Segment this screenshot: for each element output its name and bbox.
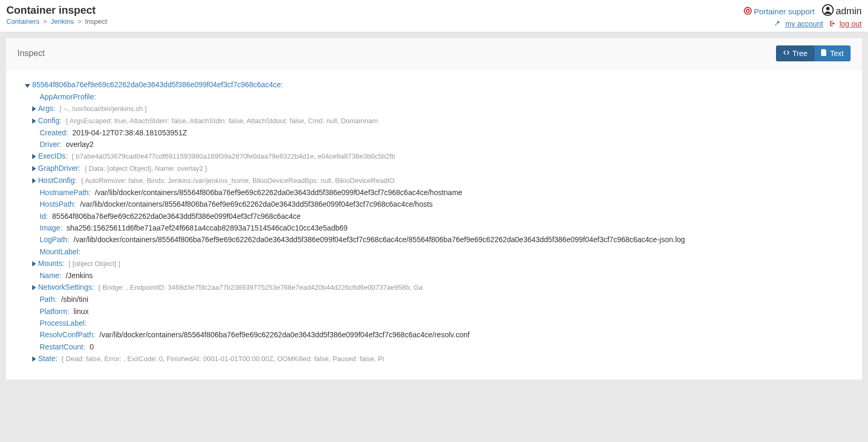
tree-key[interactable]: ResolvConfPath	[40, 329, 95, 340]
tree-preview: { Data: [object Object], Name: overlay2 …	[85, 163, 207, 174]
tree-key[interactable]: Platform	[40, 306, 69, 317]
tree-key[interactable]: HostsPath	[40, 198, 76, 210]
tree-key[interactable]: ProcessLabel	[40, 317, 87, 329]
tree-row-mounts[interactable]: Mounts [ [object Object] ]	[17, 257, 851, 270]
caret-right-icon[interactable]	[32, 261, 36, 266]
caret-right-icon[interactable]	[32, 356, 36, 362]
tree-val: /var/lib/docker/containers/85564f806ba76…	[80, 198, 432, 210]
tree-row-processlabel[interactable]: ProcessLabel	[17, 317, 851, 329]
tree-row-restartcount[interactable]: RestartCount 0	[17, 341, 851, 353]
file-icon	[821, 49, 827, 58]
caret-right-icon[interactable]	[32, 106, 36, 112]
tree-val: 0	[89, 341, 94, 353]
tree-row-hostspath[interactable]: HostsPath /var/lib/docker/containers/855…	[17, 198, 851, 210]
breadcrumb-jenkins[interactable]: Jenkins	[51, 17, 74, 25]
tree-key[interactable]: NetworkSettings	[38, 281, 94, 293]
tree-row-resolvconfpath[interactable]: ResolvConfPath /var/lib/docker/container…	[17, 329, 851, 340]
tree-preview: { Dead: false, Error: , ExitCode: 0, Fin…	[62, 354, 384, 365]
tree-row-hostconfig[interactable]: HostConfig { AutoRemove: false, Binds: J…	[17, 174, 851, 187]
tree-root-row[interactable]: 85564f806ba76ef9e69c62262da0e3643dd5f386…	[17, 79, 851, 90]
tree-key[interactable]: Image	[40, 222, 62, 234]
caret-right-icon[interactable]	[32, 154, 36, 159]
header-bottom-row: my account log out	[744, 20, 862, 29]
tree-key[interactable]: Created	[40, 127, 68, 139]
tree-row-driver[interactable]: Driver overlay2	[17, 139, 851, 150]
caret-right-icon[interactable]	[32, 285, 36, 290]
tree-row-logpath[interactable]: LogPath /var/lib/docker/containers/85564…	[17, 234, 851, 245]
user-icon	[822, 4, 834, 19]
text-button[interactable]: Text	[814, 45, 851, 61]
tree-key[interactable]: Mounts	[38, 257, 64, 269]
tree-row-name[interactable]: Name /Jenkins	[17, 270, 851, 281]
tree-key[interactable]: Id	[40, 210, 48, 222]
breadcrumb-sep: >	[43, 17, 48, 25]
tree-val: overlay2	[66, 139, 94, 150]
tree-key[interactable]: MountLabel	[40, 246, 80, 257]
caret-down-icon[interactable]	[25, 84, 30, 88]
caret-right-icon[interactable]	[32, 118, 36, 124]
tree-row-path[interactable]: Path /sbin/tini	[17, 293, 851, 305]
tree-row-id[interactable]: Id 85564f806ba76ef9e69c62262da0e3643dd5f…	[17, 210, 851, 222]
svg-point-3	[826, 7, 829, 10]
support-link[interactable]: Portainer support	[744, 7, 815, 16]
tree-key[interactable]: AppArmorProfile	[40, 91, 96, 103]
tree-preview: [ b7abe4a053679cad0e477cdf6911593980a169…	[72, 151, 395, 162]
tree-preview: [ [object Object] ]	[69, 259, 121, 270]
tree-key[interactable]: Name	[40, 270, 61, 281]
tree-val: 2019-04-12T07:38:48.181053951Z	[72, 127, 187, 139]
tree-preview: { Bridge: , EndpointID: 3468d3e75fc2aa77…	[98, 282, 423, 293]
tree-val: /var/lib/docker/containers/85564f806ba76…	[73, 234, 685, 245]
tree-row-config[interactable]: Config { ArgsEscaped: true, AttachStderr…	[17, 115, 851, 127]
panel-body: 85564f806ba76ef9e69c62262da0e3643dd5f386…	[6, 69, 862, 380]
tree-key[interactable]: GraphDriver	[38, 162, 80, 174]
tree-row-created[interactable]: Created 2019-04-12T07:38:48.181053951Z	[17, 127, 851, 139]
tree-preview: [ --, /usr/local/bin/jenkins.sh ]	[60, 104, 147, 115]
tree-row-platform[interactable]: Platform linux	[17, 306, 851, 317]
svg-point-1	[746, 9, 750, 12]
panel-header: Inspect Tree Text	[6, 38, 862, 69]
tree-row-networksettings[interactable]: NetworkSettings { Bridge: , EndpointID: …	[17, 281, 851, 293]
sign-out-icon	[828, 20, 835, 29]
tree-row-image[interactable]: Image sha256:15625611d6fbe71aa7ef24f6681…	[17, 222, 851, 234]
tree-val: sha256:15625611d6fbe71aa7ef24f6681a4ccab…	[67, 222, 348, 234]
tree-row-apparmor[interactable]: AppArmorProfile	[17, 91, 851, 103]
my-account-link[interactable]: my account	[785, 20, 823, 28]
tree-val: linux	[73, 306, 89, 317]
text-label: Text	[830, 49, 844, 58]
panel-title: Inspect	[17, 49, 45, 58]
tree-key[interactable]: Args	[38, 103, 56, 114]
breadcrumb: Containers > Jenkins > Inspect	[6, 17, 107, 25]
header-top-row: Portainer support admin	[744, 4, 862, 19]
tree-key[interactable]: HostnamePath	[40, 187, 91, 198]
tree-key[interactable]: ExecIDs	[38, 150, 68, 162]
tree-button[interactable]: Tree	[776, 45, 814, 61]
tree-row-mountlabel[interactable]: MountLabel	[17, 246, 851, 257]
tree-row-state[interactable]: State { Dead: false, Error: , ExitCode: …	[17, 353, 851, 365]
tree-key[interactable]: LogPath	[40, 234, 69, 245]
tree-key[interactable]: Path	[40, 293, 57, 305]
wrench-icon	[774, 20, 781, 29]
tree-key[interactable]: Driver	[40, 139, 61, 150]
tree-val: /sbin/tini	[61, 293, 88, 305]
life-ring-icon	[744, 7, 752, 16]
view-mode-toggle: Tree Text	[776, 45, 851, 61]
tree-preview: { AutoRemove: false, Binds: Jenkins:/var…	[81, 176, 394, 187]
tree-key[interactable]: RestartCount	[40, 341, 85, 353]
page-header: Container inspect Containers > Jenkins >…	[0, 0, 868, 32]
caret-right-icon[interactable]	[32, 178, 36, 183]
tree-row-execids[interactable]: ExecIDs [ b7abe4a053679cad0e477cdf691159…	[17, 150, 851, 162]
tree-key[interactable]: HostConfig	[38, 174, 77, 186]
log-out-link[interactable]: log out	[839, 20, 862, 28]
caret-right-icon[interactable]	[32, 166, 36, 171]
tree-row-args[interactable]: Args [ --, /usr/local/bin/jenkins.sh ]	[17, 103, 851, 115]
tree-key[interactable]: State	[38, 353, 58, 364]
tree-key-root[interactable]: 85564f806ba76ef9e69c62262da0e3643dd5f386…	[32, 79, 283, 90]
user-name: admin	[836, 6, 862, 17]
tree-preview: { ArgsEscaped: true, AttachStderr: false…	[66, 116, 377, 127]
breadcrumb-containers[interactable]: Containers	[6, 17, 40, 25]
tree-row-hostnamepath[interactable]: HostnamePath /var/lib/docker/containers/…	[17, 187, 851, 198]
tree-row-graphdriver[interactable]: GraphDriver { Data: [object Object], Nam…	[17, 162, 851, 174]
header-right: Portainer support admin my account log o…	[744, 4, 862, 29]
tree-key[interactable]: Config	[38, 115, 61, 126]
svg-point-0	[744, 7, 751, 14]
